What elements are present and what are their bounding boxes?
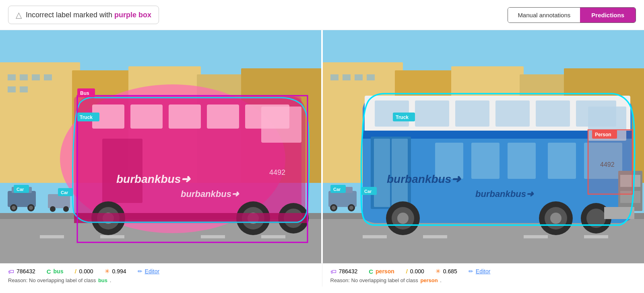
svg-rect-94 — [508, 143, 536, 179]
right-class-icon: C — [369, 268, 373, 275]
left-iou-value: 0.000 — [79, 268, 93, 275]
svg-text:Car: Car — [17, 187, 24, 192]
warning-colored-text: purple box — [114, 11, 151, 19]
svg-text:Car: Car — [333, 187, 341, 192]
svg-rect-63 — [330, 74, 339, 80]
svg-rect-6 — [8, 74, 16, 80]
view-toggle: Manual annotations Predictions — [508, 7, 636, 23]
svg-text:Truck: Truck — [396, 115, 409, 120]
svg-text:burbankbus➜: burbankbus➜ — [387, 173, 461, 185]
svg-text:Bus: Bus — [80, 90, 89, 96]
right-conf-item: ✳ 0.685 — [436, 268, 457, 275]
right-reason-suffix: . — [440, 277, 442, 283]
left-iou-item: 𝐼 0.000 — [74, 268, 93, 275]
left-editor-link[interactable]: Editor — [145, 268, 160, 275]
svg-rect-35 — [261, 107, 301, 143]
svg-rect-32 — [207, 104, 239, 129]
left-image-panel: burbankbus➜ burbankbus➜ 4492 Bus — [0, 30, 321, 263]
left-class-label: bus — [54, 268, 64, 275]
svg-text:burbankbus➜: burbankbus➜ — [181, 189, 239, 199]
right-tag-value: 786432 — [339, 268, 358, 275]
svg-rect-8 — [32, 74, 40, 80]
svg-point-109 — [397, 213, 409, 224]
svg-rect-72 — [584, 235, 608, 238]
svg-rect-14 — [40, 235, 64, 238]
right-scene-svg: burbankbus➜ burbankbus➜ 4492 Perso — [323, 30, 644, 263]
svg-text:Car: Car — [61, 190, 68, 195]
right-info-row: 🏷 786432 C person 𝐼 0.000 ✳ 0.685 ✏ Edit… — [330, 268, 636, 275]
images-row: burbankbus➜ burbankbus➜ 4492 Bus — [0, 30, 644, 263]
svg-rect-11 — [20, 86, 28, 92]
left-editor-item[interactable]: ✏ Editor — [138, 268, 160, 275]
right-iou-value: 0.000 — [410, 268, 424, 275]
predictions-button[interactable]: Predictions — [580, 8, 636, 23]
right-conf-icon: ✳ — [436, 268, 441, 275]
left-reason-prefix: Reason: No overlapping label of class — [8, 277, 96, 283]
svg-point-21 — [12, 206, 16, 210]
right-reason: Reason: No overlapping label of class pe… — [330, 277, 636, 283]
svg-rect-64 — [343, 74, 351, 80]
right-iou-icon: 𝐼 — [406, 268, 408, 275]
left-tag-value: 786432 — [17, 268, 35, 275]
svg-rect-88 — [495, 100, 530, 127]
svg-text:burbankbus➜: burbankbus➜ — [475, 189, 534, 199]
top-bar: △ Incorrect label marked with purple box… — [0, 0, 644, 30]
right-edit-icon: ✏ — [469, 268, 473, 275]
svg-rect-71 — [524, 235, 548, 238]
svg-rect-65 — [355, 74, 363, 80]
warning-icon: △ — [16, 10, 22, 20]
right-reason-prefix: Reason: No overlapping label of class — [330, 277, 418, 283]
svg-point-78 — [349, 206, 353, 210]
svg-rect-47 — [74, 213, 308, 223]
svg-point-112 — [550, 213, 561, 224]
svg-rect-70 — [423, 235, 447, 238]
left-tag-id: 🏷 786432 — [8, 268, 35, 275]
right-tag-icon: 🏷 — [330, 268, 336, 275]
left-class-item: C bus — [47, 268, 64, 275]
left-conf-item: ✳ 0.994 — [105, 268, 126, 275]
warning-badge: △ Incorrect label marked with purple box — [8, 6, 159, 24]
svg-point-23 — [29, 206, 33, 210]
right-editor-item[interactable]: ✏ Editor — [469, 268, 491, 275]
svg-rect-9 — [44, 74, 52, 80]
left-iou-icon: 𝐼 — [74, 268, 76, 275]
right-reason-class: person — [420, 277, 438, 283]
right-bottom-panel: 🏷 786432 C person 𝐼 0.000 ✳ 0.685 ✏ Edit… — [322, 264, 644, 287]
svg-point-26 — [63, 206, 69, 212]
left-scene-svg: burbankbus➜ burbankbus➜ 4492 Bus — [0, 30, 321, 263]
right-iou-item: 𝐼 0.000 — [406, 268, 424, 275]
svg-rect-116 — [588, 130, 632, 194]
manual-annotations-button[interactable]: Manual annotations — [508, 8, 580, 23]
svg-text:burbankbus➜: burbankbus➜ — [116, 173, 191, 185]
right-tag-id: 🏷 786432 — [330, 268, 358, 275]
warning-prefix: Incorrect label marked with — [26, 11, 114, 19]
right-conf-value: 0.685 — [443, 268, 457, 275]
svg-rect-86 — [415, 100, 449, 127]
left-reason-class: bus — [98, 277, 107, 283]
svg-rect-89 — [536, 100, 570, 127]
svg-rect-30 — [130, 104, 163, 129]
svg-rect-31 — [169, 104, 201, 129]
svg-text:Person: Person — [595, 132, 611, 137]
left-conf-icon: ✳ — [105, 268, 110, 275]
left-edit-icon: ✏ — [138, 268, 142, 275]
svg-rect-66 — [367, 74, 375, 80]
right-image-panel: burbankbus➜ burbankbus➜ 4492 Perso — [321, 30, 644, 263]
bottom-section: 🏷 786432 C bus 𝐼 0.000 ✳ 0.994 ✏ Editor … — [0, 263, 644, 287]
svg-rect-115 — [604, 207, 634, 219]
svg-rect-17 — [261, 235, 285, 238]
svg-text:4492: 4492 — [269, 168, 285, 176]
svg-rect-69 — [363, 235, 387, 238]
right-editor-link[interactable]: Editor — [476, 268, 491, 275]
left-tag-icon: 🏷 — [8, 268, 14, 275]
left-info-row: 🏷 786432 C bus 𝐼 0.000 ✳ 0.994 ✏ Editor — [8, 268, 314, 275]
left-conf-value: 0.994 — [112, 268, 126, 275]
svg-text:Car: Car — [364, 189, 372, 194]
svg-rect-7 — [20, 74, 28, 80]
svg-rect-95 — [548, 143, 576, 179]
svg-rect-16 — [201, 235, 225, 238]
left-reason-suffix: . — [110, 277, 111, 283]
warning-text: Incorrect label marked with purple box — [26, 11, 151, 19]
left-reason: Reason: No overlapping label of class bu… — [8, 277, 314, 283]
left-bottom-panel: 🏷 786432 C bus 𝐼 0.000 ✳ 0.994 ✏ Editor … — [0, 264, 322, 287]
